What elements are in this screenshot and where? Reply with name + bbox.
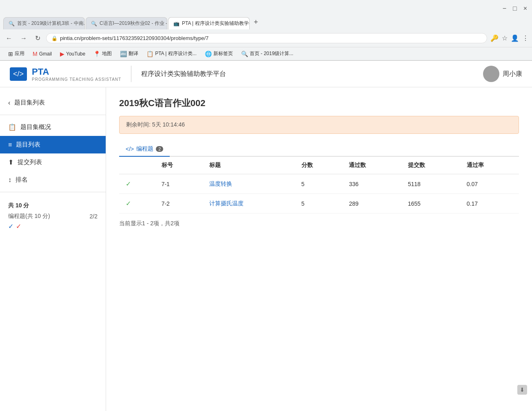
programming-label: 编程题(共 10 分)	[8, 213, 50, 220]
bookmark-pta[interactable]: 📋 PTA | 程序设计类...	[143, 49, 200, 58]
browser-bookmarks: ⊞ 应用 M Gmail ▶ YouTube 📍 地图 🔤 翻译 📋 PTA |…	[0, 47, 532, 60]
key-icon[interactable]: 🔑	[490, 34, 499, 42]
sidebar-item-problem-set-list[interactable]: ‹ 题目集列表	[0, 94, 106, 111]
sidebar-item-ranking[interactable]: ↕ 排名	[0, 171, 106, 189]
page-title: 2019秋C语言作业002	[119, 97, 519, 109]
col-score: 分数	[295, 157, 343, 174]
tab-icon-2: 🔍	[91, 21, 97, 27]
sidebar-item-submission-list[interactable]: ⬆ 提交列表	[0, 153, 106, 171]
alert-text: 剩余时间: 5天 10:14:46	[126, 121, 185, 128]
row-pass-rate-1: 0.17	[460, 194, 519, 213]
browser-tab-3[interactable]: 📺 PTA | 程序设计类实验辅助教学平... ×	[168, 17, 250, 29]
browser-chrome: − □ × 🔍 首页 - 2019级计算机3班 - 中南... × 🔍 C语言I…	[0, 0, 532, 61]
tab-icon-3: 📺	[173, 21, 180, 27]
col-check	[119, 157, 155, 174]
sidebar-item-label-2: 题目集概况	[20, 123, 51, 131]
tab-bar: </> 编程题 2	[119, 142, 519, 157]
bookmark-maps-label: 地图	[102, 50, 112, 57]
pagination-text: 当前显示1 - 2项，共2项	[119, 220, 519, 227]
forward-button[interactable]: →	[18, 33, 29, 44]
account-icon[interactable]: 👤	[511, 34, 519, 42]
minimize-button[interactable]: −	[503, 5, 506, 12]
total-score-label: 共 10 分	[8, 202, 98, 209]
sidebar-item-label-4: 提交列表	[18, 158, 42, 166]
bookmark-gmail[interactable]: M Gmail	[29, 50, 55, 58]
user-name: 周小康	[503, 70, 522, 78]
col-pass-count: 通过数	[342, 157, 401, 174]
tab-code-icon: </>	[126, 146, 134, 152]
col-submit-count: 提交数	[401, 157, 460, 174]
sidebar-footer: 共 10 分 编程题(共 10 分) 2/2 ✓ ✓	[0, 196, 106, 237]
bookmark-youtube[interactable]: ▶ YouTube	[57, 50, 89, 58]
sidebar-item-label-3: 题目列表	[16, 141, 40, 149]
logo-area: </> PTA PROGRAMMING TEACHING ASSISTANT 程…	[10, 66, 226, 82]
bookmark-youtube-label: YouTube	[66, 51, 85, 57]
bookmark-apps[interactable]: ⊞ 应用	[5, 49, 28, 58]
new-tab-button[interactable]: +	[250, 18, 262, 27]
tab-programming[interactable]: </> 编程题 2	[119, 142, 170, 157]
bookmark-home[interactable]: 🔍 首页 - 2019级计算...	[238, 49, 297, 58]
main-container: ‹ 题目集列表 📋 题目集概况 ≡ 题目列表 ⬆ 提交列表 ↕ 排名	[0, 87, 532, 411]
bookmark-gmail-label: Gmail	[39, 51, 52, 57]
col-id: 标号	[155, 157, 203, 174]
star-icon[interactable]: ☆	[502, 34, 508, 42]
lock-icon: 🔒	[51, 36, 58, 41]
row-pass-count-0: 336	[342, 174, 401, 194]
bookmark-newtab[interactable]: 🌐 新标签页	[202, 49, 236, 58]
tab-icon-1: 🔍	[9, 21, 15, 27]
tab-badge: 2	[156, 146, 163, 152]
browser-tab-2[interactable]: 🔍 C语言I—2019秋作业02 - 作业 - ... ×	[86, 17, 167, 29]
sidebar-item-label-5: 排名	[16, 176, 28, 184]
site-header: </> PTA PROGRAMMING TEACHING ASSISTANT 程…	[0, 61, 532, 87]
row-title-0[interactable]: 温度转换	[203, 174, 295, 194]
scroll-hint[interactable]: ⬇	[517, 385, 527, 395]
upload-icon: ⬆	[8, 158, 13, 166]
table-row: ✓ 7-1 温度转换 5 336 5118 0.07	[119, 174, 519, 194]
apps-icon: ⊞	[8, 51, 13, 57]
browser-tab-1[interactable]: 🔍 首页 - 2019级计算机3班 - 中南... ×	[3, 17, 85, 29]
browser-addressbar: ← → ↻ 🔒 pintia.cn/problem-sets/117632359…	[0, 29, 532, 47]
address-actions: 🔑 ☆ 👤 ⋮	[490, 34, 529, 42]
col-title: 标题	[203, 157, 295, 174]
close-button[interactable]: ×	[523, 5, 527, 12]
problem-link-0[interactable]: 温度转换	[209, 180, 232, 187]
avatar[interactable]	[483, 66, 499, 82]
row-pass-count-1: 289	[342, 194, 401, 213]
overview-icon: 📋	[8, 123, 16, 131]
menu-icon[interactable]: ⋮	[522, 34, 529, 42]
browser-titlebar: − □ ×	[0, 0, 532, 15]
maximize-button[interactable]: □	[513, 5, 517, 12]
youtube-icon: ▶	[60, 51, 64, 57]
refresh-button[interactable]: ↻	[33, 33, 43, 44]
row-check-0: ✓	[119, 174, 155, 194]
sidebar-item-problem-list[interactable]: ≡ 题目列表	[0, 136, 106, 153]
sidebar-item-label-1: 题目集列表	[14, 99, 45, 107]
logo-sub: PROGRAMMING TEACHING ASSISTANT	[32, 77, 121, 82]
logo-divider	[131, 66, 131, 82]
chevron-left-icon: ‹	[8, 99, 10, 107]
content-area: 2019秋C语言作业002 剩余时间: 5天 10:14:46 </> 编程题 …	[106, 87, 532, 411]
logo-icon: </>	[10, 67, 27, 81]
row-title-1[interactable]: 计算摄氏温度	[203, 194, 295, 213]
row-submit-count-1: 1655	[401, 194, 460, 213]
back-button[interactable]: ←	[3, 33, 15, 44]
row-score-0: 5	[295, 174, 343, 194]
tab-label-2: C语言I—2019秋作业02 - 作业 - ...	[100, 20, 167, 27]
sidebar-item-overview[interactable]: 📋 题目集概况	[0, 118, 106, 136]
logo-main: PTA	[32, 67, 121, 77]
problem-link-1[interactable]: 计算摄氏温度	[209, 200, 244, 207]
pta-icon: 📋	[146, 51, 153, 57]
newtab-icon: 🌐	[205, 51, 212, 57]
bookmark-translate[interactable]: 🔤 翻译	[117, 49, 142, 58]
user-area: 周小康	[483, 66, 522, 82]
programming-score: 2/2	[90, 213, 98, 220]
bookmark-maps[interactable]: 📍 地图	[90, 49, 115, 58]
page-wrapper: </> PTA PROGRAMMING TEACHING ASSISTANT 程…	[0, 61, 532, 411]
titlebar-controls: − □ ×	[503, 5, 527, 12]
tab-label-1: 首页 - 2019级计算机3班 - 中南...	[17, 20, 85, 27]
sidebar-divider-1	[0, 115, 106, 115]
check-red-1: ✓	[16, 222, 21, 230]
row-score-1: 5	[295, 194, 343, 213]
address-box[interactable]: 🔒 pintia.cn/problem-sets/117632359212093…	[46, 33, 487, 43]
sf-checks: ✓ ✓	[8, 222, 98, 230]
